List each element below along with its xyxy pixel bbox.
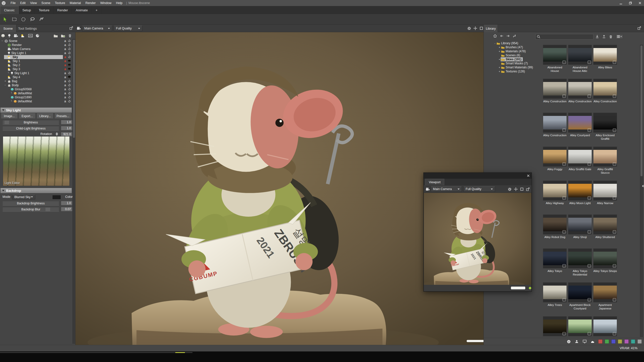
tree-expander[interactable]: + [498, 58, 501, 61]
sky-thumbnail-image[interactable] [593, 316, 617, 336]
animate-badge[interactable]: a [63, 91, 67, 95]
backdrop-brightness-slider[interactable]: Backdrop Brightness [3, 201, 59, 206]
brightness-slider[interactable]: Brightness [3, 120, 59, 125]
thumbnail-checkbox[interactable] [588, 95, 591, 98]
close-icon[interactable] [638, 2, 641, 5]
thumbnail-checkbox[interactable] [613, 128, 616, 132]
scene-tree-row[interactable]: Sky 1a [0, 59, 72, 63]
sky-thumbnail-alley-construction[interactable]: Alley Construction [568, 79, 592, 113]
sky-thumbnail-image[interactable] [568, 147, 592, 167]
scene-tree-row[interactable]: Skya [0, 55, 72, 59]
sky-thumbnail-alley-construction[interactable]: Alley Construction [543, 79, 567, 113]
tab-tool-settings[interactable]: Tool Settings [18, 25, 45, 32]
animate-badge[interactable]: a [63, 95, 67, 99]
add-folder-icon[interactable] [61, 34, 65, 37]
tag-swatch[interactable] [598, 339, 602, 344]
sky-thumbnail-abandoned-house[interactable]: Abandoned House [543, 45, 567, 79]
thumbnail-checkbox[interactable] [588, 61, 591, 64]
tree-expander[interactable]: − [1, 39, 4, 43]
toolbag-ball-icon[interactable] [567, 340, 571, 344]
tag-swatch[interactable] [605, 339, 609, 344]
camera-select[interactable]: Main Camera [82, 26, 112, 31]
sky-thumbnail[interactable] [543, 316, 567, 338]
monitor-icon[interactable] [583, 340, 587, 343]
main-viewport[interactable] [75, 32, 484, 345]
sky-thumbnail-alley-construction[interactable]: Alley Construction [543, 113, 567, 147]
sky-thumbnail-alley-shoji[interactable]: Alley Shoji [568, 214, 592, 248]
tag-swatch[interactable] [618, 339, 622, 344]
scene-tree-row[interactable]: Sky 4a [0, 75, 72, 79]
scrubber-track[interactable] [0, 352, 192, 353]
brightness-value[interactable]: 1.0 [61, 120, 72, 124]
up-level-icon[interactable] [513, 34, 516, 37]
menu-window[interactable]: Window [98, 1, 114, 5]
link-icon[interactable] [68, 52, 71, 54]
sky-thumbnail-alley-trees[interactable]: Alley Trees [543, 282, 567, 316]
visibility-eye-icon[interactable] [68, 76, 71, 78]
tool-marquee-ellipse-icon[interactable] [20, 16, 27, 23]
thumbnail-checkbox[interactable] [588, 128, 591, 132]
add-object-icon[interactable] [1, 34, 5, 38]
thumbnail-checkbox[interactable] [588, 298, 591, 301]
library-popout-icon[interactable] [637, 26, 641, 30]
thumbnail-checkbox[interactable] [588, 264, 591, 267]
sky-thumbnail-alley-tokyo[interactable]: Alley Tokyo [543, 248, 567, 282]
link-icon[interactable] [68, 43, 71, 46]
animate-badge[interactable]: a [63, 39, 67, 43]
link-icon[interactable] [68, 39, 71, 42]
folder-icon[interactable] [54, 34, 58, 37]
thumbnail-checkbox[interactable] [562, 264, 566, 267]
library-folder-smart[interactable]: Smart Masks (7) [494, 61, 542, 65]
library-search[interactable] [535, 34, 593, 39]
animate-badge[interactable]: a [63, 87, 67, 91]
animate-badge[interactable]: a [63, 51, 67, 55]
scene-tree-row[interactable]: −Scenea [0, 39, 72, 43]
sky-thumbnail-alley-narrow[interactable]: Alley Narrow [593, 180, 617, 214]
menu-material[interactable]: Material [67, 1, 83, 5]
popout-icon[interactable] [526, 188, 530, 191]
link-icon[interactable] [68, 84, 71, 86]
pan-icon[interactable] [514, 187, 518, 191]
animate-badge[interactable]: a [63, 79, 67, 83]
sky-thumbnail-abandoned-house-attic[interactable]: Abandoned House Attic [568, 45, 592, 79]
scene-tree-row[interactable]: Rendera [0, 43, 72, 47]
sky-thumbnail-alley-highway[interactable]: Alley Highway [543, 180, 567, 214]
thumbnail-checkbox[interactable] [562, 128, 566, 132]
sky-thumbnail-image[interactable] [543, 214, 567, 235]
sky-thumbnail-alley-graffiti-gate[interactable]: Alley Graffiti Gate [568, 147, 592, 180]
library-folder-textures[interactable]: +Textures (126) [494, 69, 542, 73]
add-backdrop-icon[interactable] [28, 34, 33, 37]
back-icon[interactable] [500, 34, 503, 37]
thumbnail-checkbox[interactable] [588, 162, 591, 166]
thumbnail-checkbox[interactable] [613, 332, 616, 335]
cloud-icon[interactable] [591, 340, 595, 343]
quality-select[interactable]: Full Quality [463, 186, 495, 192]
delete-icon[interactable] [609, 35, 613, 39]
scene-tree-row[interactable]: Sky 2a [0, 63, 72, 67]
add-sky-icon[interactable] [21, 34, 25, 37]
library-folder-library[interactable]: -Library (954) [494, 41, 542, 45]
rotation-value[interactable]: 921.0 [61, 132, 72, 136]
import-icon[interactable] [595, 35, 599, 38]
animate-badge[interactable]: a [63, 71, 67, 75]
thumbnail-checkbox[interactable] [588, 196, 591, 200]
forward-icon[interactable] [506, 34, 510, 37]
thumbnail-checkbox[interactable] [562, 162, 566, 166]
sky-thumbnail-image[interactable] [568, 214, 592, 235]
scene-tree-row[interactable]: +Baga [0, 79, 72, 83]
sky-thumbnail-image[interactable] [543, 316, 567, 336]
workspace-tab-classic[interactable]: Classic [0, 6, 19, 14]
animate-badge[interactable]: a [63, 55, 67, 59]
sky-thumbnail-alley-robot-dog[interactable]: Alley Robot Dog [543, 214, 567, 248]
sky-light-section-header[interactable]: Sky Light [1, 108, 72, 113]
sky-thumbnail-image[interactable] [593, 180, 617, 201]
thumbnail-checkbox[interactable] [588, 332, 591, 335]
child-light-brightness-value[interactable]: 1.0 [61, 126, 72, 130]
sky-thumbnail-image[interactable] [543, 147, 567, 167]
tab-viewport[interactable]: Viewport [425, 179, 444, 185]
user-icon[interactable] [575, 340, 579, 343]
tree-expander[interactable]: + [498, 66, 501, 69]
visibility-eye-icon[interactable] [68, 68, 71, 70]
thumbnail-checkbox[interactable] [562, 298, 566, 301]
workspace-tab-setup[interactable]: Setup [19, 6, 35, 14]
